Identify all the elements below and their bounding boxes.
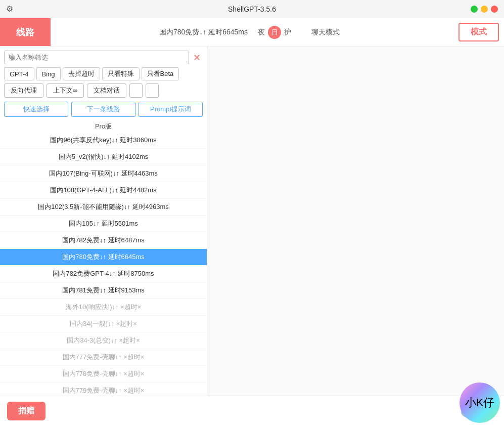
mascot-area: 小K仔 — [413, 380, 504, 426]
close-button[interactable] — [491, 6, 498, 13]
route-item[interactable]: 国内108(GPT-4-ALL)↓↑ 延时4482ms — [0, 182, 207, 199]
quick-row: 快速选择 下一条线路 Prompt提示词 — [0, 100, 207, 119]
chat-mode-label: 聊天模式 — [301, 28, 350, 37]
action-row: 反向代理 上下文∞ 文档对话 — [0, 81, 207, 100]
protect-label: 护 — [284, 28, 291, 37]
route-item[interactable]: 国内107(Bing-可联网)↓↑ 延时4463ms — [0, 165, 207, 182]
route-item[interactable]: 国内780免费↓↑ 延时6645ms — [0, 249, 207, 266]
maximize-button[interactable] — [471, 6, 478, 13]
filter-beta-only[interactable]: 只看Beta — [142, 67, 179, 80]
extra-btn-1[interactable] — [129, 83, 143, 98]
route-item[interactable]: 国内782免费↓↑ 延时6487ms — [0, 232, 207, 249]
app-title: ShellGPT-3.5.6 — [228, 5, 276, 13]
context-btn[interactable]: 上下文∞ — [47, 83, 84, 98]
reverse-proxy-btn[interactable]: 反向代理 — [4, 83, 43, 98]
doc-dialog-btn[interactable]: 文档对话 — [87, 83, 126, 98]
filter-special-only[interactable]: 只看特殊 — [102, 67, 140, 80]
night-label: 夜 — [258, 28, 265, 37]
minimize-button[interactable] — [481, 6, 488, 13]
route-item[interactable]: 国内778免费-壳聊↓↑ ×超时× — [0, 366, 207, 382]
mascot-icon: 小K仔 — [460, 382, 500, 423]
route-item[interactable]: 国内782免费GPT-4↓↑ 延时8750ms — [0, 266, 207, 282]
routes-tab-label: 线路 — [16, 26, 34, 38]
mode-button[interactable]: 模式 — [459, 23, 499, 41]
route-item[interactable]: 国内96(共享反代key)↓↑ 延时3860ms — [0, 132, 207, 149]
main-content: ✕ GPT-4 Bing 去掉超时 只看特殊 只看Beta 反向代理 上下文∞ … — [0, 47, 504, 426]
title-bar: ⚙ ShellGPT-3.5.6 — [0, 0, 504, 18]
filter-gpt4[interactable]: GPT-4 — [4, 67, 34, 80]
current-route-info: 国内780免费↓↑ 延时6645ms — [159, 28, 248, 37]
window-controls — [471, 6, 498, 13]
left-panel: ✕ GPT-4 Bing 去掉超时 只看特殊 只看Beta 反向代理 上下文∞ … — [0, 47, 207, 426]
nav-center: 国内780免费↓↑ 延时6645ms 夜 日 护 聊天模式 — [51, 26, 459, 39]
extra-btn-2[interactable] — [146, 83, 159, 98]
chat-area — [207, 47, 504, 396]
route-item[interactable]: 国内105↓↑ 延时5501ms — [0, 216, 207, 232]
search-input[interactable] — [4, 51, 189, 64]
search-clear-icon[interactable]: ✕ — [191, 51, 203, 64]
top-nav: 线路 国内780免费↓↑ 延时6645ms 夜 日 护 聊天模式 模式 — [0, 18, 504, 47]
route-item[interactable]: 国内781免费↓↑ 延时9153ms — [0, 282, 207, 299]
bottom-bar: 捐赠 — [0, 396, 207, 426]
night-day-toggle: 夜 日 护 — [258, 26, 291, 39]
route-item[interactable]: 国内777免费-壳聊↓↑ ×超时× — [0, 349, 207, 366]
route-item[interactable]: 国内5_v2(很快)↓↑ 延时4102ms — [0, 149, 207, 165]
route-item[interactable]: 国内34-3(总变)↓↑ ×超时× — [0, 332, 207, 349]
filter-row: GPT-4 Bing 去掉超时 只看特殊 只看Beta — [0, 66, 207, 81]
routes-tab[interactable]: 线路 — [0, 18, 51, 46]
filter-remove-timeout[interactable]: 去掉超时 — [63, 67, 100, 80]
pro-label: Pro版 — [0, 119, 207, 132]
quick-select-btn[interactable]: 快速选择 — [4, 102, 68, 117]
next-route-btn[interactable]: 下一条线路 — [71, 102, 135, 117]
route-item[interactable]: 海外10(响应快!)↓↑ ×超时× — [0, 299, 207, 316]
search-bar: ✕ — [0, 47, 207, 66]
day-button[interactable]: 日 — [268, 26, 281, 39]
filter-bing[interactable]: Bing — [36, 67, 61, 80]
prompt-btn[interactable]: Prompt提示词 — [139, 102, 203, 117]
donate-button[interactable]: 捐赠 — [7, 402, 45, 420]
route-item[interactable]: 国内102(3.5新-能不能用随缘)↓↑ 延时4963ms — [0, 199, 207, 216]
gear-icon[interactable]: ⚙ — [6, 4, 13, 14]
route-item[interactable]: 国内34(一般)↓↑ ×超时× — [0, 316, 207, 332]
route-list[interactable]: 国内96(共享反代key)↓↑ 延时3860ms国内5_v2(很快)↓↑ 延时4… — [0, 132, 207, 426]
right-panel: 🕐 清理 小K仔 — [207, 47, 504, 426]
